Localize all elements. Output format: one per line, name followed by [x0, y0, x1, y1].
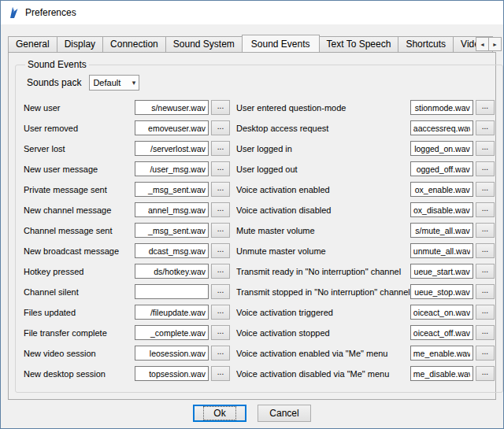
browse-button[interactable]: ... — [476, 141, 495, 156]
sound-file-input[interactable] — [410, 202, 473, 217]
browse-button[interactable]: ... — [476, 366, 495, 381]
browse-button[interactable]: ... — [211, 366, 230, 381]
browse-button[interactable]: ... — [476, 305, 495, 320]
sound-event-label: Files updated — [24, 308, 135, 317]
sounds-pack-select[interactable]: Default ▾ — [89, 75, 139, 91]
sound-event-row: New video session... — [24, 346, 230, 361]
sound-event-label: User logged out — [236, 165, 410, 174]
sound-event-label: Voice activation stopped — [236, 328, 410, 338]
tab-scroll-right-button[interactable]: ► — [488, 37, 502, 51]
sounds-pack-row: Sounds pack Default ▾ — [27, 75, 495, 91]
group-title: Sound Events — [25, 59, 89, 70]
browse-button[interactable]: ... — [476, 161, 495, 176]
browse-button[interactable]: ... — [476, 243, 495, 258]
browse-button[interactable]: ... — [211, 161, 230, 176]
browse-button[interactable]: ... — [211, 305, 230, 320]
sound-file-input[interactable] — [410, 120, 473, 135]
sound-file-input[interactable] — [135, 243, 209, 258]
sound-event-row: Channel silent... — [24, 284, 230, 299]
sound-event-row: New user message... — [24, 161, 230, 176]
sound-event-label: Server lost — [24, 144, 135, 153]
sound-event-label: User removed — [24, 124, 135, 133]
browse-button[interactable]: ... — [211, 264, 230, 279]
sound-file-input[interactable] — [135, 182, 209, 197]
tab-text-to-speech[interactable]: Text To Speech — [319, 36, 399, 52]
sound-file-input[interactable] — [410, 325, 473, 340]
sound-file-input[interactable] — [410, 243, 473, 258]
sound-file-input[interactable] — [135, 202, 209, 217]
sound-file-input[interactable] — [410, 223, 473, 238]
sound-file-input[interactable] — [135, 120, 209, 135]
browse-button[interactable]: ... — [476, 346, 495, 361]
browse-button[interactable]: ... — [476, 325, 495, 340]
sound-file-input[interactable] — [410, 284, 473, 299]
preferences-window: Preferences GeneralDisplayConnectionSoun… — [0, 0, 504, 429]
tab-shortcuts[interactable]: Shortcuts — [398, 36, 454, 52]
sound-event-row: Voice activation disabled via "Me" menu.… — [236, 366, 495, 381]
sound-events-group: Sound Events Sounds pack Default ▾ New u… — [15, 59, 503, 393]
browse-button[interactable]: ... — [211, 100, 230, 115]
sound-file-input[interactable] — [410, 264, 473, 279]
sound-event-label: Channel silent — [24, 287, 135, 297]
sound-event-row: Files updated... — [24, 305, 230, 320]
browse-button[interactable]: ... — [211, 325, 230, 340]
tab-sound-events[interactable]: Sound Events — [242, 35, 320, 52]
sound-file-input[interactable] — [135, 284, 209, 299]
browse-button[interactable]: ... — [476, 100, 495, 115]
browse-button[interactable]: ... — [211, 284, 230, 299]
sound-event-label: Voice activation enabled — [236, 185, 410, 194]
sound-event-label: New user — [24, 103, 135, 113]
sound-event-label: Private message sent — [24, 185, 135, 194]
footer: Ok Cancel — [1, 405, 503, 422]
ok-button[interactable]: Ok — [193, 405, 246, 422]
sound-file-input[interactable] — [135, 141, 209, 156]
sound-event-row: Transmit stopped in "No interruption" ch… — [236, 284, 495, 299]
tab-bar: GeneralDisplayConnectionSound SystemSoun… — [8, 35, 496, 52]
sound-file-input[interactable] — [135, 366, 209, 381]
sound-event-row: New broadcast message... — [24, 243, 230, 258]
sound-file-input[interactable] — [410, 305, 473, 320]
tab-connection[interactable]: Connection — [102, 36, 166, 52]
tab-general[interactable]: General — [8, 36, 57, 52]
sound-event-label: New channel message — [24, 205, 135, 215]
sound-file-input[interactable] — [135, 346, 209, 361]
teamtalk-logo-icon — [7, 6, 20, 19]
browse-button[interactable]: ... — [476, 202, 495, 217]
sound-event-label: User logged in — [236, 144, 410, 153]
tab-scroller: ◄ ► — [476, 37, 502, 51]
sound-file-input[interactable] — [135, 100, 209, 115]
sound-file-input[interactable] — [135, 264, 209, 279]
browse-button[interactable]: ... — [211, 120, 230, 135]
sound-event-row: Private message sent... — [24, 182, 230, 197]
sound-file-input[interactable] — [410, 141, 473, 156]
browse-button[interactable]: ... — [211, 141, 230, 156]
tab-display[interactable]: Display — [57, 36, 103, 52]
sound-file-input[interactable] — [410, 161, 473, 176]
tab-sound-system[interactable]: Sound System — [165, 36, 243, 52]
sound-event-row: Voice activation enabled... — [236, 182, 495, 197]
sound-event-row: New user... — [24, 100, 230, 115]
browse-button[interactable]: ... — [211, 346, 230, 361]
sound-file-input[interactable] — [135, 325, 209, 340]
browse-button[interactable]: ... — [211, 243, 230, 258]
sound-file-input[interactable] — [135, 305, 209, 320]
tab-scroll-left-button[interactable]: ◄ — [476, 37, 489, 51]
sound-file-input[interactable] — [410, 366, 473, 381]
cancel-button[interactable]: Cancel — [258, 405, 311, 422]
sound-event-row: Voice activation stopped... — [236, 325, 495, 340]
sound-file-input[interactable] — [410, 182, 473, 197]
browse-button[interactable]: ... — [476, 284, 495, 299]
browse-button[interactable]: ... — [211, 202, 230, 217]
browse-button[interactable]: ... — [476, 223, 495, 238]
titlebar: Preferences — [1, 1, 503, 24]
browse-button[interactable]: ... — [476, 120, 495, 135]
sound-event-row: Transmit ready in "No interruption" chan… — [236, 264, 495, 279]
browse-button[interactable]: ... — [476, 182, 495, 197]
sound-file-input[interactable] — [135, 223, 209, 238]
sound-file-input[interactable] — [410, 100, 473, 115]
sound-file-input[interactable] — [135, 161, 209, 176]
browse-button[interactable]: ... — [476, 264, 495, 279]
browse-button[interactable]: ... — [211, 182, 230, 197]
browse-button[interactable]: ... — [211, 223, 230, 238]
sound-file-input[interactable] — [410, 346, 473, 361]
